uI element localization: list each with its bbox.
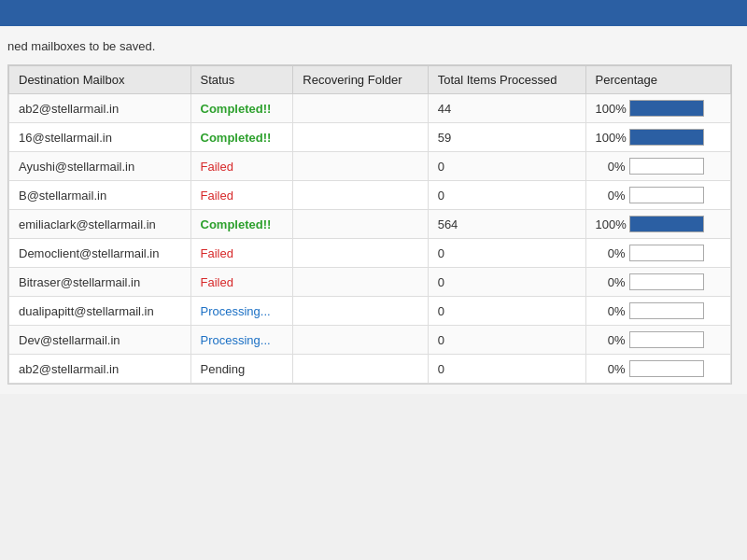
pct-label: 0% bbox=[596, 304, 626, 318]
table-row: Democlient@stellarmail.inFailed00% bbox=[9, 239, 731, 268]
cell-percentage: 0% bbox=[585, 181, 730, 210]
cell-percentage: 100% bbox=[585, 94, 730, 123]
subtitle: ned mailboxes to be saved. bbox=[7, 39, 732, 53]
cell-status: Completed!! bbox=[190, 123, 293, 152]
cell-mailbox: B@stellarmail.in bbox=[9, 181, 191, 210]
cell-items: 0 bbox=[428, 152, 585, 181]
cell-percentage: 0% bbox=[585, 152, 730, 181]
table-row: Dev@stellarmail.inProcessing...00% bbox=[9, 326, 731, 355]
cell-items: 0 bbox=[428, 355, 585, 384]
progress-bar-outer bbox=[629, 158, 704, 175]
cell-mailbox: ab2@stellarmail.in bbox=[9, 355, 191, 384]
progress-bar-outer bbox=[629, 331, 704, 348]
cell-mailbox: 16@stellarmail.in bbox=[9, 123, 191, 152]
table-row: 16@stellarmail.inCompleted!!59100% bbox=[9, 123, 731, 152]
pct-label: 0% bbox=[596, 160, 626, 174]
top-bar bbox=[0, 0, 747, 26]
cell-folder bbox=[293, 239, 428, 268]
cell-folder bbox=[293, 123, 428, 152]
col-header-folder: Recovering Folder bbox=[293, 66, 428, 94]
cell-mailbox: Bitraser@stellarmail.in bbox=[9, 268, 191, 297]
progress-bar-outer bbox=[629, 360, 704, 377]
cell-percentage: 0% bbox=[585, 326, 730, 355]
pct-label: 100% bbox=[596, 102, 626, 116]
cell-percentage: 0% bbox=[585, 355, 730, 384]
col-header-mailbox: Destination Mailbox bbox=[9, 66, 191, 94]
cell-folder bbox=[293, 297, 428, 326]
cell-items: 0 bbox=[428, 239, 585, 268]
col-header-status: Status bbox=[190, 66, 293, 94]
cell-mailbox: dualipapitt@stellarmail.in bbox=[9, 297, 191, 326]
table-row: Bitraser@stellarmail.inFailed00% bbox=[9, 268, 731, 297]
cell-items: 0 bbox=[428, 326, 585, 355]
pct-label: 100% bbox=[596, 131, 626, 145]
cell-folder bbox=[293, 152, 428, 181]
cell-items: 0 bbox=[428, 268, 585, 297]
cell-items: 0 bbox=[428, 297, 585, 326]
cell-mailbox: emiliaclark@stellarmail.in bbox=[9, 210, 191, 239]
cell-mailbox: Ayushi@stellarmail.in bbox=[9, 152, 191, 181]
col-header-pct: Percentage bbox=[585, 66, 730, 94]
mailbox-table: Destination Mailbox Status Recovering Fo… bbox=[8, 65, 731, 384]
cell-items: 59 bbox=[428, 123, 585, 152]
cell-status: Completed!! bbox=[190, 210, 293, 239]
pct-label: 0% bbox=[596, 275, 626, 289]
cell-status: Processing... bbox=[190, 297, 293, 326]
progress-bar-inner bbox=[630, 130, 703, 145]
table-row: ab2@stellarmail.inPending00% bbox=[9, 355, 731, 384]
cell-items: 564 bbox=[428, 210, 585, 239]
cell-folder bbox=[293, 268, 428, 297]
cell-status: Failed bbox=[190, 239, 293, 268]
progress-bar-inner bbox=[630, 101, 703, 116]
content-area: ned mailboxes to be saved. Destination M… bbox=[0, 26, 747, 394]
progress-bar-outer bbox=[629, 187, 704, 203]
pct-label: 0% bbox=[596, 333, 626, 347]
cell-mailbox: ab2@stellarmail.in bbox=[9, 94, 191, 123]
progress-bar-outer bbox=[629, 216, 704, 232]
table-row: B@stellarmail.inFailed00% bbox=[9, 181, 731, 210]
cell-items: 44 bbox=[428, 94, 585, 123]
table-row: Ayushi@stellarmail.inFailed00% bbox=[9, 152, 731, 181]
cell-percentage: 100% bbox=[585, 210, 730, 239]
pct-label: 0% bbox=[596, 246, 626, 260]
progress-bar-outer bbox=[629, 302, 704, 319]
cell-mailbox: Dev@stellarmail.in bbox=[9, 326, 191, 355]
cell-percentage: 0% bbox=[585, 268, 730, 297]
progress-bar-outer bbox=[629, 129, 704, 146]
cell-folder bbox=[293, 94, 428, 123]
cell-status: Failed bbox=[190, 152, 293, 181]
cell-folder bbox=[293, 326, 428, 355]
pct-label: 0% bbox=[596, 189, 626, 203]
cell-status: Failed bbox=[190, 268, 293, 297]
cell-folder bbox=[293, 181, 428, 210]
cell-status: Pending bbox=[190, 355, 293, 384]
cell-items: 0 bbox=[428, 181, 585, 210]
pct-label: 100% bbox=[596, 217, 626, 231]
cell-status: Failed bbox=[190, 181, 293, 210]
cell-status: Completed!! bbox=[190, 94, 293, 123]
table-row: emiliaclark@stellarmail.inCompleted!!564… bbox=[9, 210, 731, 239]
cell-folder bbox=[293, 355, 428, 384]
bottom-area bbox=[0, 394, 747, 543]
table-row: ab2@stellarmail.inCompleted!!44100% bbox=[9, 94, 731, 123]
cell-folder bbox=[293, 210, 428, 239]
progress-bar-outer bbox=[629, 100, 704, 117]
cell-percentage: 0% bbox=[585, 297, 730, 326]
table-row: dualipapitt@stellarmail.inProcessing...0… bbox=[9, 297, 731, 326]
table-header-row: Destination Mailbox Status Recovering Fo… bbox=[9, 66, 731, 94]
table-container: Destination Mailbox Status Recovering Fo… bbox=[7, 64, 732, 385]
progress-bar-outer bbox=[629, 273, 704, 290]
cell-percentage: 100% bbox=[585, 123, 730, 152]
cell-percentage: 0% bbox=[585, 239, 730, 268]
pct-label: 0% bbox=[596, 362, 626, 376]
cell-status: Processing... bbox=[190, 326, 293, 355]
col-header-items: Total Items Processed bbox=[428, 66, 585, 94]
progress-bar-outer bbox=[629, 245, 704, 261]
progress-bar-inner bbox=[630, 217, 703, 231]
cell-mailbox: Democlient@stellarmail.in bbox=[9, 239, 191, 268]
